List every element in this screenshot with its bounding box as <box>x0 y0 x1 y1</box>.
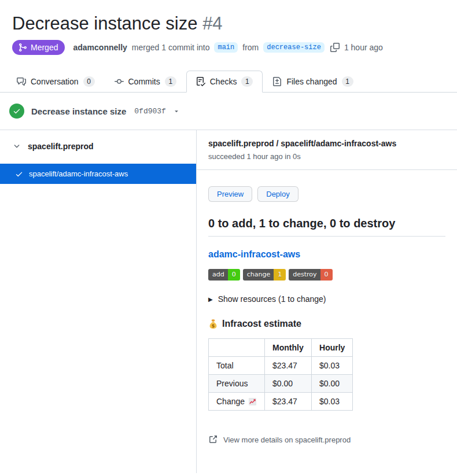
view-more-details-link[interactable]: View more details on spacelift.preprod <box>208 435 445 444</box>
page-title: Decrease instance size #4 <box>12 13 445 34</box>
badge-label: destroy <box>289 269 320 281</box>
hourly-value: $0.03 <box>312 393 353 411</box>
table-row-previous: Previous $0.00 $0.00 <box>209 375 353 393</box>
column-header-empty <box>209 339 265 357</box>
monthly-value: $0.00 <box>265 375 312 393</box>
checks-run-title: Decrease instance size <box>31 106 126 116</box>
run-header: spacelift.preprod / spacelift/adamc-infr… <box>197 130 457 170</box>
file-diff-icon <box>272 77 282 86</box>
infracost-heading-label: Infracost estimate <box>222 319 301 329</box>
hourly-value: $0.00 <box>312 375 353 393</box>
row-label-text: Change <box>216 397 245 406</box>
run-breadcrumb: spacelift.preprod / spacelift/adamc-infr… <box>208 138 445 149</box>
badge-value: 1 <box>274 269 286 281</box>
monthly-value: $23.47 <box>265 357 312 375</box>
run-actions: Preview Deploy <box>208 186 445 202</box>
sidebar-group-spacelift-preprod[interactable]: spacelift.preprod <box>0 130 196 151</box>
tab-counter: 1 <box>165 76 176 87</box>
infracost-table: Monthly Hourly Total $23.47 $0.03 Previo… <box>208 338 353 411</box>
pr-title-text: Decrease instance size <box>12 13 198 34</box>
pr-meta-row: Merged adamconnelly merged 1 commit into… <box>12 40 445 55</box>
check-icon <box>15 170 23 178</box>
deploy-button[interactable]: Deploy <box>257 186 298 202</box>
table-row-change: Change $23.47 $0.03 <box>209 393 353 411</box>
table-row-total: Total $23.47 $0.03 <box>209 357 353 375</box>
tab-label: Conversation <box>31 77 79 86</box>
plan-summary-heading: 0 to add, 1 to change, 0 to destroy <box>208 216 445 237</box>
tab-label: Checks <box>210 77 237 86</box>
external-link-icon <box>208 435 218 444</box>
tab-label: Files changed <box>286 77 337 86</box>
merged-state-badge: Merged <box>12 40 65 55</box>
row-label: Previous <box>209 375 265 393</box>
pr-tab-bar: Conversation 0 Commits 1 Checks 1 Files … <box>0 71 457 93</box>
chart-increasing-icon <box>248 397 257 406</box>
tab-commits[interactable]: Commits 1 <box>105 71 186 93</box>
show-resources-label: Show resources (1 to change) <box>218 294 326 304</box>
check-run-pane: spacelift.preprod / spacelift/adamc-infr… <box>197 130 457 473</box>
commit-dropdown-caret-icon[interactable] <box>173 108 180 115</box>
checklist-icon <box>196 77 205 86</box>
run-status-line: succeeded 1 hour ago in 0s <box>208 152 445 161</box>
badge-value: 0 <box>320 269 333 281</box>
sidebar-group-label: spacelift.preprod <box>28 142 94 151</box>
merge-text-2: from <box>242 43 259 52</box>
badge-add: add 0 <box>208 269 240 281</box>
tab-label: Commits <box>128 77 160 86</box>
base-branch-label[interactable]: main <box>214 42 238 53</box>
plan-badges: add 0 change 1 destroy 0 <box>208 269 445 281</box>
svg-text:$: $ <box>212 323 215 328</box>
run-body: Preview Deploy 0 to add, 1 to change, 0 … <box>197 170 457 444</box>
preview-button[interactable]: Preview <box>208 186 252 202</box>
merged-state-label: Merged <box>31 43 58 52</box>
badge-destroy: destroy 0 <box>289 269 332 281</box>
hourly-value: $0.03 <box>312 357 353 375</box>
show-resources-toggle[interactable]: ▶ Show resources (1 to change) <box>208 294 445 304</box>
column-header-hourly: Hourly <box>312 339 353 357</box>
copy-branch-icon[interactable] <box>330 43 340 52</box>
checks-header: Decrease instance size 0fd903f <box>0 93 457 130</box>
checks-panes: spacelift.preprod spacelift/adamc-infrac… <box>0 130 457 473</box>
tab-counter: 0 <box>83 76 95 87</box>
comment-discussion-icon <box>17 77 26 86</box>
head-branch-label[interactable]: decrease-size <box>263 42 325 53</box>
tab-checks[interactable]: Checks 1 <box>186 71 263 93</box>
sidebar-item-label: spacelift/adamc-infracost-aws <box>29 169 128 178</box>
table-header-row: Monthly Hourly <box>209 339 353 357</box>
money-bag-icon: $ <box>208 319 218 329</box>
monthly-value: $23.47 <box>265 393 312 411</box>
row-label: Total <box>209 357 265 375</box>
tab-counter: 1 <box>241 76 253 87</box>
column-header-monthly: Monthly <box>265 339 312 357</box>
infracost-heading: $ Infracost estimate <box>208 319 445 329</box>
badge-label: change <box>243 269 274 281</box>
row-label: Change <box>209 393 265 411</box>
success-check-circle <box>9 104 24 119</box>
tab-conversation[interactable]: Conversation 0 <box>7 71 105 93</box>
author-login[interactable]: adamconnelly <box>73 43 127 52</box>
tab-counter: 1 <box>342 76 353 87</box>
tab-files-changed[interactable]: Files changed 1 <box>263 71 363 93</box>
stack-link[interactable]: adamc-infracost-aws <box>208 249 445 260</box>
git-merge-icon <box>18 43 27 52</box>
sidebar-item-adamc-infracost-aws[interactable]: spacelift/adamc-infracost-aws <box>0 164 196 184</box>
view-more-details-label: View more details on spacelift.preprod <box>223 436 351 444</box>
git-commit-icon <box>115 77 124 86</box>
merged-time: 1 hour ago <box>344 43 383 52</box>
badge-label: add <box>208 269 228 281</box>
checks-sidebar: spacelift.preprod spacelift/adamc-infrac… <box>0 130 197 473</box>
pr-header: Decrease instance size #4 Merged adamcon… <box>0 0 457 55</box>
pr-number: #4 <box>202 13 222 34</box>
triangle-right-icon: ▶ <box>208 296 213 302</box>
badge-value: 0 <box>228 269 240 281</box>
chevron-down-icon <box>13 142 21 150</box>
commit-sha[interactable]: 0fd903f <box>134 107 166 116</box>
badge-change: change 1 <box>243 269 286 281</box>
merge-text-1: merged 1 commit into <box>132 43 210 52</box>
